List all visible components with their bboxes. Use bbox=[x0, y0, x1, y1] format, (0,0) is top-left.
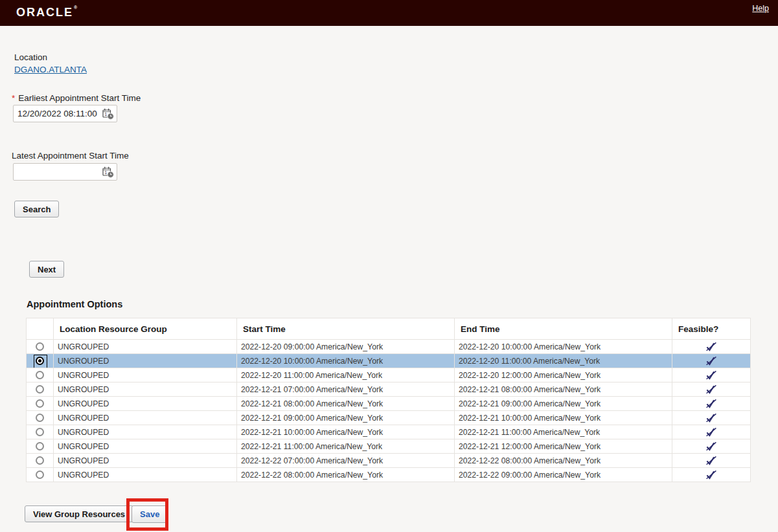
table-header-row: Location Resource Group Start Time End T… bbox=[27, 318, 751, 340]
latest-start-label: Latest Appointment Start Time bbox=[12, 151, 129, 161]
svg-text:1: 1 bbox=[105, 170, 108, 175]
oracle-logo: ORACLE® bbox=[16, 6, 78, 19]
table-row[interactable]: UNGROUPED 2022-12-20 10:00:00 America/Ne… bbox=[27, 354, 751, 368]
location-label: Location bbox=[14, 52, 47, 62]
cell-end: 2022-12-20 10:00:00 America/New_York bbox=[455, 340, 672, 354]
cell-end: 2022-12-22 09:00:00 America/New_York bbox=[455, 468, 672, 482]
cell-end: 2022-12-21 08:00:00 America/New_York bbox=[455, 382, 672, 397]
cell-end: 2022-12-20 11:00:00 America/New_York bbox=[455, 354, 672, 368]
appointment-options-title: Appointment Options bbox=[27, 299, 122, 309]
row-select-radio[interactable] bbox=[36, 371, 44, 379]
table-row[interactable]: UNGROUPED 2022-12-21 07:00:00 America/Ne… bbox=[27, 382, 751, 397]
table-row[interactable]: UNGROUPED 2022-12-22 07:00:00 America/Ne… bbox=[27, 454, 751, 468]
row-select-radio[interactable] bbox=[36, 428, 44, 436]
cell-start: 2022-12-20 11:00:00 America/New_York bbox=[237, 368, 455, 382]
feasible-crossed-check-icon bbox=[705, 399, 717, 408]
cell-start: 2022-12-21 09:00:00 America/New_York bbox=[237, 411, 455, 425]
table-row[interactable]: UNGROUPED 2022-12-20 09:00:00 America/Ne… bbox=[27, 340, 751, 354]
save-button[interactable]: Save bbox=[132, 505, 168, 523]
row-select-radio[interactable] bbox=[36, 471, 44, 479]
cell-group: UNGROUPED bbox=[54, 411, 237, 425]
feasible-crossed-check-icon bbox=[705, 342, 717, 351]
location-link[interactable]: DGANO.ATLANTA bbox=[14, 65, 87, 74]
row-select-radio[interactable] bbox=[36, 456, 44, 465]
appointment-table-body: UNGROUPED 2022-12-20 09:00:00 America/Ne… bbox=[27, 340, 751, 482]
cell-group: UNGROUPED bbox=[54, 397, 237, 411]
cell-end: 2022-12-21 11:00:00 America/New_York bbox=[455, 425, 672, 439]
row-select-radio[interactable] bbox=[36, 442, 44, 450]
svg-text:1: 1 bbox=[105, 112, 108, 116]
cell-group: UNGROUPED bbox=[54, 454, 237, 468]
next-button[interactable]: Next bbox=[29, 261, 64, 278]
col-header-end: End Time bbox=[455, 318, 672, 340]
cell-group: UNGROUPED bbox=[54, 368, 237, 382]
cell-group: UNGROUPED bbox=[54, 439, 237, 454]
feasible-crossed-check-icon bbox=[705, 441, 717, 451]
search-button[interactable]: Search bbox=[14, 201, 59, 217]
table-row[interactable]: UNGROUPED 2022-12-22 08:00:00 America/Ne… bbox=[27, 468, 751, 482]
appointment-options-table: Location Resource Group Start Time End T… bbox=[26, 318, 751, 482]
feasible-crossed-check-icon bbox=[705, 470, 717, 480]
feasible-crossed-check-icon bbox=[705, 370, 717, 380]
registered-mark: ® bbox=[74, 5, 78, 10]
cell-start: 2022-12-21 11:00:00 America/New_York bbox=[237, 439, 455, 454]
cell-start: 2022-12-21 10:00:00 America/New_York bbox=[237, 425, 455, 439]
latest-start-field: 1 bbox=[13, 163, 117, 181]
earliest-start-input[interactable] bbox=[17, 105, 99, 122]
table-row[interactable]: UNGROUPED 2022-12-21 11:00:00 America/Ne… bbox=[27, 439, 751, 454]
required-marker: * bbox=[12, 93, 15, 103]
calendar-clock-icon[interactable]: 1 bbox=[102, 108, 114, 120]
feasible-crossed-check-icon bbox=[705, 356, 717, 366]
help-link[interactable]: Help bbox=[752, 4, 769, 13]
cell-start: 2022-12-22 08:00:00 America/New_York bbox=[237, 468, 455, 482]
latest-start-input[interactable] bbox=[17, 164, 99, 180]
cell-start: 2022-12-20 09:00:00 America/New_York bbox=[237, 340, 455, 354]
cell-group: UNGROUPED bbox=[54, 382, 237, 397]
cell-end: 2022-12-20 12:00:00 America/New_York bbox=[455, 368, 672, 382]
col-header-feasible: Feasible? bbox=[672, 318, 751, 340]
cell-group: UNGROUPED bbox=[54, 468, 237, 482]
cell-start: 2022-12-21 08:00:00 America/New_York bbox=[237, 397, 455, 411]
appointment-booking-page: ORACLE® Help Location DGANO.ATLANTA *Ear… bbox=[0, 0, 778, 532]
cell-start: 2022-12-22 07:00:00 America/New_York bbox=[237, 454, 455, 468]
row-select-radio[interactable] bbox=[36, 385, 44, 393]
feasible-crossed-check-icon bbox=[705, 427, 717, 437]
feasible-crossed-check-icon bbox=[705, 413, 717, 423]
cell-end: 2022-12-21 12:00:00 America/New_York bbox=[455, 439, 672, 454]
table-row[interactable]: UNGROUPED 2022-12-21 09:00:00 America/Ne… bbox=[27, 411, 751, 425]
col-header-select bbox=[27, 318, 54, 340]
table-row[interactable]: UNGROUPED 2022-12-21 08:00:00 America/Ne… bbox=[27, 397, 751, 411]
cell-start: 2022-12-20 10:00:00 America/New_York bbox=[237, 354, 455, 368]
table-row[interactable]: UNGROUPED 2022-12-21 10:00:00 America/Ne… bbox=[27, 425, 751, 439]
table-row[interactable]: UNGROUPED 2022-12-20 11:00:00 America/Ne… bbox=[27, 368, 751, 382]
earliest-start-label: *Earliest Appointment Start Time bbox=[12, 93, 141, 103]
cell-start: 2022-12-21 07:00:00 America/New_York bbox=[237, 382, 455, 397]
view-group-resources-button[interactable]: View Group Resources bbox=[25, 505, 133, 522]
row-select-radio[interactable] bbox=[36, 342, 44, 351]
row-select-radio[interactable] bbox=[36, 414, 44, 422]
row-select-radio[interactable] bbox=[36, 357, 44, 365]
app-header: ORACLE® Help bbox=[0, 0, 778, 26]
row-select-radio[interactable] bbox=[36, 399, 44, 408]
cell-group: UNGROUPED bbox=[54, 354, 237, 368]
cell-group: UNGROUPED bbox=[54, 340, 237, 354]
cell-end: 2022-12-21 10:00:00 America/New_York bbox=[455, 411, 672, 425]
cell-end: 2022-12-22 08:00:00 America/New_York bbox=[455, 454, 672, 468]
cell-end: 2022-12-21 09:00:00 America/New_York bbox=[455, 397, 672, 411]
col-header-group: Location Resource Group bbox=[54, 318, 237, 340]
cell-group: UNGROUPED bbox=[54, 425, 237, 439]
col-header-start: Start Time bbox=[237, 318, 455, 340]
calendar-clock-icon[interactable]: 1 bbox=[102, 166, 114, 178]
earliest-start-field: 1 bbox=[13, 105, 117, 122]
feasible-crossed-check-icon bbox=[705, 384, 717, 394]
feasible-crossed-check-icon bbox=[705, 456, 717, 465]
